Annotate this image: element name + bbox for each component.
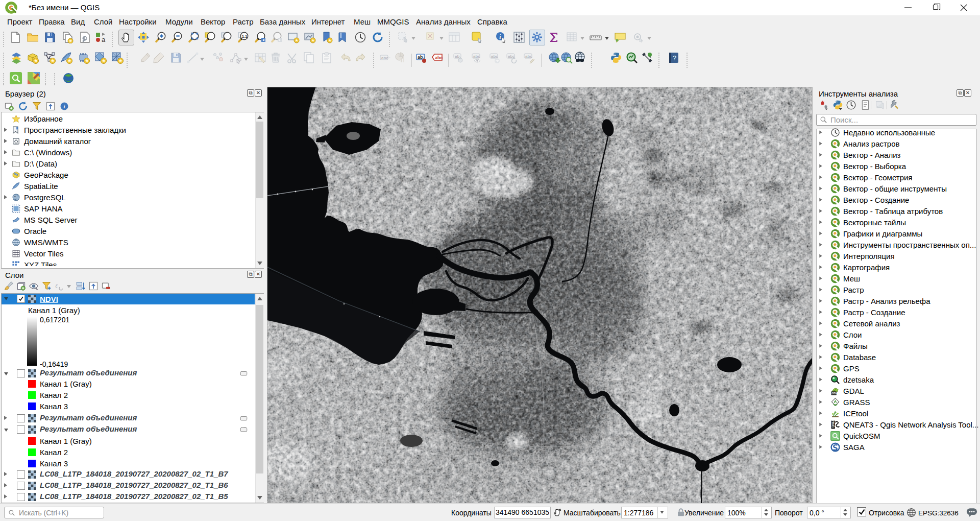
svg-text:abc: abc [435,55,443,60]
svg-text:abc: abc [491,54,498,59]
svg-text:i: i [63,103,65,109]
svg-text:a: a [102,36,106,43]
svg-text:1:1: 1:1 [242,35,247,38]
svg-text:GDAL: GDAL [831,392,840,395]
svg-text:abc: abc [473,54,480,59]
svg-text:abc: abc [525,54,532,59]
svg-text:ab: ab [455,54,459,59]
svg-text:ε: ε [56,282,58,289]
svg-text:abc: abc [381,56,388,60]
svg-text:QNEAT: QNEAT [831,420,835,428]
